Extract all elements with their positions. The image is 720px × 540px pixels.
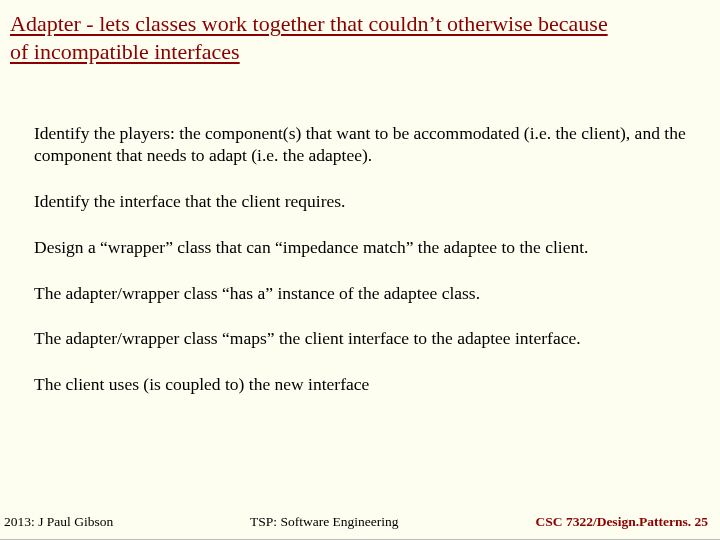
bullet-point: Identify the interface that the client r… [34, 191, 690, 213]
slide-body: Identify the players: the component(s) t… [10, 123, 710, 396]
footer-page: CSC 7322/Design.Patterns. 25 [536, 514, 709, 530]
footer-author: 2013: J Paul Gibson [4, 514, 113, 530]
bullet-point: The client uses (is coupled to) the new … [34, 374, 690, 396]
slide-footer: 2013: J Paul Gibson TSP: Software Engine… [0, 514, 720, 530]
bullet-point: Design a “wrapper” class that can “imped… [34, 237, 690, 259]
bullet-point: The adapter/wrapper class “maps” the cli… [34, 328, 690, 350]
footer-course: TSP: Software Engineering [250, 514, 398, 530]
bullet-point: Identify the players: the component(s) t… [34, 123, 690, 167]
slide: Adapter - lets classes work together tha… [0, 0, 720, 540]
slide-title: Adapter - lets classes work together tha… [10, 10, 710, 65]
bullet-point: The adapter/wrapper class “has a” instan… [34, 283, 690, 305]
